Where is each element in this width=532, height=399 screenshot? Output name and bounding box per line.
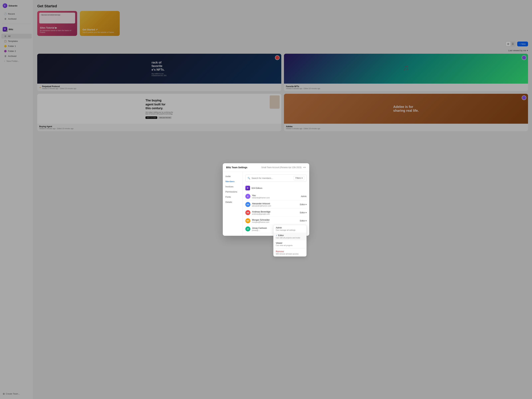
- search-icon: 🔍: [247, 177, 250, 179]
- member-avatar-jonas: JC: [245, 226, 250, 231]
- member-avatar-img-alexander: AA: [245, 202, 250, 207]
- member-name-andreas: Andreas Beveridge: [252, 210, 298, 213]
- modal-nav-details[interactable]: Details: [223, 200, 243, 205]
- member-info-alexander: Alexander Artsvuni alexander@framer.com: [252, 202, 298, 207]
- dropdown-divider: [273, 248, 306, 248]
- role-dropdown: Admin Can manage all settings ✓ Editor C…: [273, 225, 307, 257]
- modal-title: Blitz Team Settings: [226, 166, 247, 169]
- member-avatar-img-andreas: AB: [245, 210, 250, 215]
- modal-subtitle: Small Team Account (Renews Apr 12th 2023…: [261, 166, 301, 169]
- dropdown-item-editor[interactable]: ✓ Editor Can edit all projects and invit…: [273, 233, 306, 240]
- modal-overlay[interactable]: Blitz Team Settings Small Team Account (…: [0, 0, 532, 399]
- search-bar: 🔍 Filters ▾: [245, 174, 307, 182]
- member-role-alexander[interactable]: Editor ▾: [300, 203, 307, 206]
- modal-header-right: Small Team Account (Renews Apr 12th 2023…: [261, 166, 306, 169]
- checkmark-icon: ✓: [276, 234, 278, 237]
- member-info-you: You edoardo@framer.com: [252, 194, 299, 199]
- member-group-avatar: B: [245, 186, 250, 190]
- role-chevron-morgan: ▾: [306, 220, 307, 222]
- member-avatar-you: E: [245, 194, 250, 199]
- modal-header: Blitz Team Settings Small Team Account (…: [223, 163, 309, 172]
- filters-chevron-icon: ▾: [302, 177, 303, 179]
- member-avatar-andreas: AB: [245, 210, 250, 215]
- member-avatar-morgan: MS: [245, 218, 250, 223]
- member-avatar-alexander: AA: [245, 202, 250, 207]
- dropdown-item-admin[interactable]: Admin Can manage all settings: [273, 225, 306, 233]
- settings-modal: Blitz Team Settings Small Team Account (…: [223, 163, 309, 236]
- dropdown-editor-label: ✓ Editor: [276, 234, 304, 237]
- dropdown-viewer-label: Viewer: [276, 242, 304, 244]
- modal-nav-members[interactable]: Members: [223, 179, 243, 184]
- member-role-andreas[interactable]: Editor ▾: [300, 211, 307, 214]
- modal-more-button[interactable]: •••: [303, 166, 306, 169]
- member-row-andreas: AB Andreas Beveridge andreas@google.com …: [245, 209, 307, 217]
- member-email-you: edoardo@framer.com: [252, 197, 299, 199]
- member-name-morgan: Morgan Schneider: [252, 219, 298, 221]
- member-email-morgan: morgan@framer.com: [252, 221, 298, 223]
- member-row-you: E You edoardo@framer.com Admin: [245, 192, 307, 201]
- modal-nav-invoices[interactable]: Invoices: [223, 184, 243, 189]
- member-role-you: Admin: [301, 195, 307, 197]
- member-email-alexander: alexander@framer.com: [252, 205, 298, 207]
- modal-nav-invite[interactable]: Invite: [223, 174, 243, 179]
- member-row-alexander: AA Alexander Artsvuni alexander@framer.c…: [245, 201, 307, 209]
- member-group-label: 324 Editors: [251, 187, 262, 189]
- member-avatar-img-you: E: [245, 194, 250, 199]
- member-avatar-img-morgan: MS: [245, 218, 250, 223]
- member-info-andreas: Andreas Beveridge andreas@google.com: [252, 210, 298, 215]
- member-avatar-img-jonas: JC: [245, 226, 250, 231]
- modal-nav-fonts[interactable]: Fonts: [223, 194, 243, 200]
- member-role-morgan[interactable]: Editor ▾: [300, 220, 307, 222]
- filters-label: Filters: [295, 177, 301, 179]
- member-group-header: B 324 Editors: [245, 184, 307, 192]
- member-email-andreas: andreas@google.com: [252, 213, 298, 215]
- role-chevron-andreas: ▾: [306, 211, 307, 214]
- dropdown-item-viewer[interactable]: Viewer Can view all projects: [273, 240, 306, 248]
- filters-button[interactable]: Filters ▾: [294, 176, 304, 180]
- member-row-morgan: MS Morgan Schneider morgan@framer.com Ed…: [245, 217, 307, 225]
- modal-nav: Invite Members Invoices Permissions Font…: [223, 172, 243, 236]
- dropdown-remove-desc: Will remove all team access: [276, 253, 304, 255]
- dropdown-admin-label: Admin: [276, 226, 304, 229]
- dropdown-remove-label: Remove: [276, 250, 304, 253]
- member-name-you: You: [252, 194, 299, 197]
- dropdown-item-remove[interactable]: Remove Will remove all team access: [273, 249, 306, 256]
- search-input[interactable]: [252, 177, 292, 179]
- member-name-alexander: Alexander Artsvuni: [252, 202, 298, 205]
- role-chevron-alexander: ▾: [306, 203, 307, 206]
- modal-nav-permissions[interactable]: Permissions: [223, 189, 243, 194]
- dropdown-admin-desc: Can manage all settings: [276, 229, 304, 231]
- dropdown-editor-desc: Can edit all projects and invite: [276, 237, 304, 239]
- member-info-morgan: Morgan Schneider morgan@framer.com: [252, 219, 298, 223]
- dropdown-viewer-desc: Can view all projects: [276, 244, 304, 246]
